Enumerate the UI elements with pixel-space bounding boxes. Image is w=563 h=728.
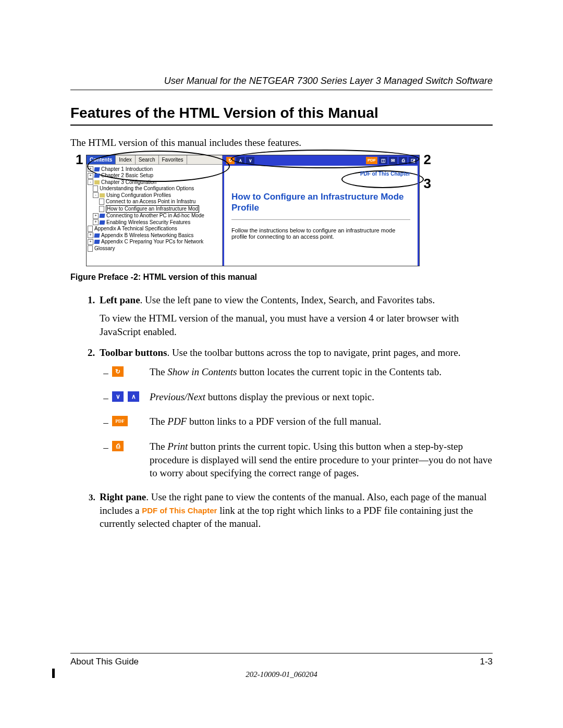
contents-tree[interactable]: +Chapter 1 Introduction +Chapter 2 Basic… [87,165,222,266]
intro-text: The HTML version of this manual includes… [70,136,493,150]
screenshot: Contents Index Search Favorites +Chapter… [86,155,420,266]
bookmark-icon[interactable]: ◫ [379,157,387,164]
header-rule [70,90,493,90]
tab-favorites[interactable]: Favorites [159,155,187,164]
print-icon[interactable]: ⎙ [399,157,407,164]
show-in-contents-icon[interactable]: ↻ [226,157,235,164]
show-in-contents-icon: ↻ [112,366,124,377]
section-title: Features of the HTML Version of this Man… [70,105,493,121]
footer-docnum: 202-10009-01_060204 [70,670,493,679]
running-head: User Manual for the NETGEAR 7300 Series … [70,76,493,87]
help-topic-body: Follow the instructions below to configu… [231,227,410,240]
figure: 1 2 3 Contents Index Search Favorites +C… [86,155,420,266]
tab-index[interactable]: Index [116,155,135,164]
title-rule [70,125,493,126]
next-topic-icon[interactable]: ∨ [246,157,254,164]
help-tabs: Contents Index Search Favorites [87,155,222,165]
bookmark2-icon[interactable]: ◪ [409,157,417,164]
tab-search[interactable]: Search [136,155,159,164]
tab-contents[interactable]: Contents [87,155,116,164]
help-topic-title: How to Configure an Infrastructure Mode … [231,191,410,220]
help-right-pane: ↻ ∧ ∨ PDF ◫ ✉ ⎙ ◪ PDF of This Chapter Ho… [223,155,419,266]
next-icon: ∨ [112,391,124,402]
list-item-2: Toolbar buttons. Use the toolbar buttons… [97,346,493,480]
callout-2: 2 [424,152,431,168]
help-toolbar: ↻ ∧ ∨ PDF ◫ ✉ ⎙ ◪ [224,155,419,166]
callout-3: 3 [424,176,431,192]
toolbar-item-pdf: – PDF The PDF button links to a PDF vers… [100,415,493,429]
change-bar [52,669,55,678]
prev-icon: ∧ [128,391,139,402]
help-content: PDF of This Chapter How to Configure an … [224,166,419,266]
footer-section: About This Guide [70,657,139,667]
list-item-1-subpara: To view the HTML version of the manual, … [100,312,493,338]
email-icon[interactable]: ✉ [389,157,397,164]
footer: About This Guide 1-3 202-10009-01_060204 [70,653,493,679]
print-icon: ⎙ [112,441,124,451]
list-item-3: Right pane. Use the right pane to view t… [97,490,493,530]
prev-topic-icon[interactable]: ∧ [236,157,244,164]
callout-1: 1 [76,152,83,168]
pdf-icon[interactable]: PDF [366,157,377,164]
pdf-icon: PDF [112,416,128,426]
feature-list: Left pane. Use the left pane to view the… [70,293,493,530]
help-left-pane: Contents Index Search Favorites +Chapter… [87,155,223,266]
page: User Manual for the NETGEAR 7300 Series … [0,0,563,728]
pdf-of-this-chapter-link[interactable]: PDF of This Chapter [231,171,410,177]
toolbar-button-list: – ↻ The Show in Contents button locates … [100,365,493,480]
toolbar-item-print: – ⎙ The Print button prints the current … [100,440,493,480]
toolbar-item-show-in-contents: – ↻ The Show in Contents button locates … [100,365,493,380]
figure-caption: Figure Preface -2: HTML version of this … [70,273,493,282]
footer-page: 1-3 [480,657,493,667]
toolbar-item-prev-next: – ∨ ∧ Previous/Next buttons display the … [100,390,493,405]
list-item-1: Left pane. Use the left pane to view the… [97,293,493,339]
pdf-of-this-chapter-inline-link[interactable]: PDF of This Chapter [142,506,217,515]
